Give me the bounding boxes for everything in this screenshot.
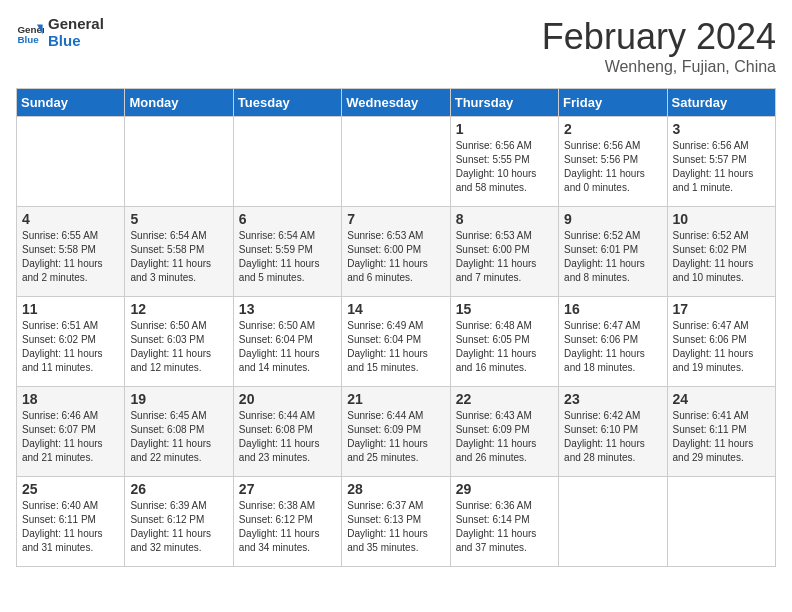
day-number: 25 xyxy=(22,481,119,497)
day-info: Sunrise: 6:55 AMSunset: 5:58 PMDaylight:… xyxy=(22,229,119,285)
day-number: 11 xyxy=(22,301,119,317)
day-number: 28 xyxy=(347,481,444,497)
calendar-table: Sunday Monday Tuesday Wednesday Thursday… xyxy=(16,88,776,567)
day-number: 22 xyxy=(456,391,553,407)
calendar-cell: 8Sunrise: 6:53 AMSunset: 6:00 PMDaylight… xyxy=(450,207,558,297)
calendar-week-5: 25Sunrise: 6:40 AMSunset: 6:11 PMDayligh… xyxy=(17,477,776,567)
header-friday: Friday xyxy=(559,89,667,117)
calendar-cell: 22Sunrise: 6:43 AMSunset: 6:09 PMDayligh… xyxy=(450,387,558,477)
calendar-cell: 3Sunrise: 6:56 AMSunset: 5:57 PMDaylight… xyxy=(667,117,775,207)
day-number: 8 xyxy=(456,211,553,227)
calendar-header-row: Sunday Monday Tuesday Wednesday Thursday… xyxy=(17,89,776,117)
calendar-cell: 25Sunrise: 6:40 AMSunset: 6:11 PMDayligh… xyxy=(17,477,125,567)
calendar-cell: 12Sunrise: 6:50 AMSunset: 6:03 PMDayligh… xyxy=(125,297,233,387)
day-number: 20 xyxy=(239,391,336,407)
title-block: February 2024 Wenheng, Fujian, China xyxy=(542,16,776,76)
day-number: 14 xyxy=(347,301,444,317)
calendar-cell: 29Sunrise: 6:36 AMSunset: 6:14 PMDayligh… xyxy=(450,477,558,567)
calendar-week-3: 11Sunrise: 6:51 AMSunset: 6:02 PMDayligh… xyxy=(17,297,776,387)
header-monday: Monday xyxy=(125,89,233,117)
day-info: Sunrise: 6:44 AMSunset: 6:09 PMDaylight:… xyxy=(347,409,444,465)
day-number: 10 xyxy=(673,211,770,227)
day-info: Sunrise: 6:48 AMSunset: 6:05 PMDaylight:… xyxy=(456,319,553,375)
day-number: 27 xyxy=(239,481,336,497)
day-number: 21 xyxy=(347,391,444,407)
day-info: Sunrise: 6:50 AMSunset: 6:04 PMDaylight:… xyxy=(239,319,336,375)
calendar-cell: 7Sunrise: 6:53 AMSunset: 6:00 PMDaylight… xyxy=(342,207,450,297)
logo-line2: Blue xyxy=(48,33,104,50)
header-sunday: Sunday xyxy=(17,89,125,117)
day-info: Sunrise: 6:50 AMSunset: 6:03 PMDaylight:… xyxy=(130,319,227,375)
day-info: Sunrise: 6:56 AMSunset: 5:56 PMDaylight:… xyxy=(564,139,661,195)
day-info: Sunrise: 6:56 AMSunset: 5:55 PMDaylight:… xyxy=(456,139,553,195)
logo: General Blue General Blue xyxy=(16,16,104,49)
calendar-cell: 28Sunrise: 6:37 AMSunset: 6:13 PMDayligh… xyxy=(342,477,450,567)
calendar-cell: 6Sunrise: 6:54 AMSunset: 5:59 PMDaylight… xyxy=(233,207,341,297)
calendar-cell xyxy=(125,117,233,207)
day-number: 23 xyxy=(564,391,661,407)
day-number: 16 xyxy=(564,301,661,317)
day-info: Sunrise: 6:37 AMSunset: 6:13 PMDaylight:… xyxy=(347,499,444,555)
calendar-cell: 17Sunrise: 6:47 AMSunset: 6:06 PMDayligh… xyxy=(667,297,775,387)
day-info: Sunrise: 6:52 AMSunset: 6:02 PMDaylight:… xyxy=(673,229,770,285)
calendar-cell: 10Sunrise: 6:52 AMSunset: 6:02 PMDayligh… xyxy=(667,207,775,297)
day-info: Sunrise: 6:39 AMSunset: 6:12 PMDaylight:… xyxy=(130,499,227,555)
day-number: 4 xyxy=(22,211,119,227)
day-info: Sunrise: 6:43 AMSunset: 6:09 PMDaylight:… xyxy=(456,409,553,465)
calendar-cell: 9Sunrise: 6:52 AMSunset: 6:01 PMDaylight… xyxy=(559,207,667,297)
calendar-cell: 14Sunrise: 6:49 AMSunset: 6:04 PMDayligh… xyxy=(342,297,450,387)
header-saturday: Saturday xyxy=(667,89,775,117)
calendar-cell: 11Sunrise: 6:51 AMSunset: 6:02 PMDayligh… xyxy=(17,297,125,387)
day-info: Sunrise: 6:46 AMSunset: 6:07 PMDaylight:… xyxy=(22,409,119,465)
day-info: Sunrise: 6:41 AMSunset: 6:11 PMDaylight:… xyxy=(673,409,770,465)
calendar-cell xyxy=(342,117,450,207)
header-tuesday: Tuesday xyxy=(233,89,341,117)
day-number: 5 xyxy=(130,211,227,227)
day-number: 1 xyxy=(456,121,553,137)
day-number: 18 xyxy=(22,391,119,407)
logo-line1: General xyxy=(48,16,104,33)
calendar-cell: 13Sunrise: 6:50 AMSunset: 6:04 PMDayligh… xyxy=(233,297,341,387)
calendar-cell: 2Sunrise: 6:56 AMSunset: 5:56 PMDaylight… xyxy=(559,117,667,207)
calendar-cell: 5Sunrise: 6:54 AMSunset: 5:58 PMDaylight… xyxy=(125,207,233,297)
day-info: Sunrise: 6:51 AMSunset: 6:02 PMDaylight:… xyxy=(22,319,119,375)
svg-text:Blue: Blue xyxy=(17,33,39,44)
day-number: 29 xyxy=(456,481,553,497)
page-header: General Blue General Blue February 2024 … xyxy=(16,16,776,76)
calendar-cell: 27Sunrise: 6:38 AMSunset: 6:12 PMDayligh… xyxy=(233,477,341,567)
calendar-cell: 19Sunrise: 6:45 AMSunset: 6:08 PMDayligh… xyxy=(125,387,233,477)
day-info: Sunrise: 6:47 AMSunset: 6:06 PMDaylight:… xyxy=(673,319,770,375)
day-info: Sunrise: 6:40 AMSunset: 6:11 PMDaylight:… xyxy=(22,499,119,555)
day-number: 9 xyxy=(564,211,661,227)
calendar-cell: 16Sunrise: 6:47 AMSunset: 6:06 PMDayligh… xyxy=(559,297,667,387)
header-thursday: Thursday xyxy=(450,89,558,117)
day-number: 15 xyxy=(456,301,553,317)
calendar-week-2: 4Sunrise: 6:55 AMSunset: 5:58 PMDaylight… xyxy=(17,207,776,297)
day-info: Sunrise: 6:42 AMSunset: 6:10 PMDaylight:… xyxy=(564,409,661,465)
calendar-cell: 1Sunrise: 6:56 AMSunset: 5:55 PMDaylight… xyxy=(450,117,558,207)
calendar-cell xyxy=(233,117,341,207)
calendar-cell: 15Sunrise: 6:48 AMSunset: 6:05 PMDayligh… xyxy=(450,297,558,387)
day-info: Sunrise: 6:54 AMSunset: 5:59 PMDaylight:… xyxy=(239,229,336,285)
calendar-title: February 2024 xyxy=(542,16,776,58)
day-info: Sunrise: 6:49 AMSunset: 6:04 PMDaylight:… xyxy=(347,319,444,375)
day-info: Sunrise: 6:54 AMSunset: 5:58 PMDaylight:… xyxy=(130,229,227,285)
day-info: Sunrise: 6:52 AMSunset: 6:01 PMDaylight:… xyxy=(564,229,661,285)
day-number: 19 xyxy=(130,391,227,407)
day-info: Sunrise: 6:45 AMSunset: 6:08 PMDaylight:… xyxy=(130,409,227,465)
calendar-cell: 21Sunrise: 6:44 AMSunset: 6:09 PMDayligh… xyxy=(342,387,450,477)
calendar-week-1: 1Sunrise: 6:56 AMSunset: 5:55 PMDaylight… xyxy=(17,117,776,207)
day-number: 6 xyxy=(239,211,336,227)
day-number: 3 xyxy=(673,121,770,137)
day-number: 17 xyxy=(673,301,770,317)
day-number: 24 xyxy=(673,391,770,407)
day-number: 26 xyxy=(130,481,227,497)
calendar-cell: 24Sunrise: 6:41 AMSunset: 6:11 PMDayligh… xyxy=(667,387,775,477)
day-info: Sunrise: 6:47 AMSunset: 6:06 PMDaylight:… xyxy=(564,319,661,375)
day-info: Sunrise: 6:38 AMSunset: 6:12 PMDaylight:… xyxy=(239,499,336,555)
calendar-cell: 26Sunrise: 6:39 AMSunset: 6:12 PMDayligh… xyxy=(125,477,233,567)
calendar-cell: 4Sunrise: 6:55 AMSunset: 5:58 PMDaylight… xyxy=(17,207,125,297)
calendar-week-4: 18Sunrise: 6:46 AMSunset: 6:07 PMDayligh… xyxy=(17,387,776,477)
calendar-cell xyxy=(559,477,667,567)
day-number: 13 xyxy=(239,301,336,317)
